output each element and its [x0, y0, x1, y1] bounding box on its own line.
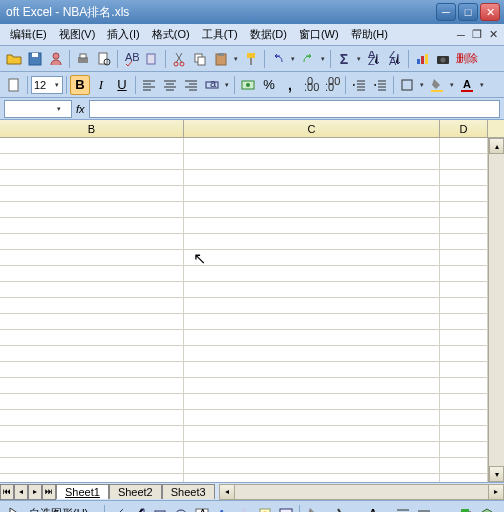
table-row[interactable] [0, 138, 504, 154]
table-row[interactable] [0, 266, 504, 282]
maximize-button[interactable]: □ [458, 3, 478, 21]
cell[interactable] [184, 202, 440, 217]
arrow-style-button[interactable] [435, 504, 455, 513]
3d-button[interactable] [477, 504, 497, 513]
paste-dropdown[interactable]: ▾ [232, 55, 240, 63]
oval-button[interactable] [171, 504, 191, 513]
tab-first-button[interactable]: ⏮ [0, 484, 14, 500]
cell[interactable] [440, 154, 488, 169]
cell[interactable] [440, 474, 488, 482]
cell[interactable] [0, 282, 184, 297]
table-row[interactable] [0, 378, 504, 394]
increase-decimal-button[interactable]: .0.00 [301, 75, 321, 95]
borders-button[interactable] [397, 75, 417, 95]
cell[interactable] [0, 138, 184, 153]
scroll-down-button[interactable]: ▾ [489, 466, 504, 482]
cell[interactable] [440, 442, 488, 457]
cell[interactable] [0, 314, 184, 329]
cell[interactable] [184, 394, 440, 409]
cell[interactable] [0, 378, 184, 393]
cell[interactable] [184, 346, 440, 361]
cell[interactable] [184, 330, 440, 345]
cell[interactable] [0, 410, 184, 425]
name-box-dropdown[interactable]: ▾ [55, 105, 63, 113]
cell[interactable] [0, 250, 184, 265]
cell[interactable] [440, 282, 488, 297]
decrease-indent-button[interactable] [349, 75, 369, 95]
tab-last-button[interactable]: ⏭ [42, 484, 56, 500]
fill-color-draw-button[interactable] [303, 504, 323, 513]
table-row[interactable] [0, 362, 504, 378]
cell[interactable] [0, 346, 184, 361]
bold-button[interactable]: B [70, 75, 90, 95]
font-color-draw-button[interactable]: A [363, 504, 383, 513]
paste-button[interactable] [211, 49, 231, 69]
chart-button[interactable] [412, 49, 432, 69]
cell[interactable] [440, 138, 488, 153]
cell[interactable] [440, 394, 488, 409]
increase-indent-button[interactable] [370, 75, 390, 95]
percent-button[interactable]: % [259, 75, 279, 95]
cell[interactable] [184, 458, 440, 473]
menu-edit[interactable]: 编辑(E) [4, 25, 53, 44]
cell[interactable] [184, 426, 440, 441]
sheet-tab-1[interactable]: Sheet1 [56, 484, 109, 499]
cell[interactable] [184, 170, 440, 185]
cell[interactable] [440, 330, 488, 345]
cell[interactable] [0, 458, 184, 473]
name-box[interactable]: ▾ [4, 100, 72, 118]
line-button[interactable] [108, 504, 128, 513]
cell[interactable] [440, 234, 488, 249]
redo-button[interactable] [298, 49, 318, 69]
cell[interactable] [440, 218, 488, 233]
table-row[interactable] [0, 410, 504, 426]
cell[interactable] [0, 202, 184, 217]
horizontal-scrollbar[interactable]: ◂ ▸ [219, 484, 504, 500]
table-row[interactable] [0, 442, 504, 458]
table-row[interactable] [0, 234, 504, 250]
scroll-left-button[interactable]: ◂ [219, 484, 235, 500]
sheet-tab-3[interactable]: Sheet3 [162, 484, 215, 499]
print-button[interactable] [73, 49, 93, 69]
undo-dropdown[interactable]: ▾ [289, 55, 297, 63]
cell[interactable] [440, 346, 488, 361]
cell[interactable] [440, 458, 488, 473]
preview-button[interactable] [94, 49, 114, 69]
mdi-minimize[interactable]: ─ [454, 28, 468, 42]
open-button[interactable] [4, 49, 24, 69]
align-left-button[interactable] [139, 75, 159, 95]
spelling-button[interactable]: ABC [121, 49, 141, 69]
cell[interactable] [0, 442, 184, 457]
arrow-button[interactable] [129, 504, 149, 513]
cell[interactable] [0, 298, 184, 313]
cell[interactable] [0, 154, 184, 169]
cell[interactable] [184, 138, 440, 153]
cell[interactable] [0, 218, 184, 233]
fontcolor-dropdown[interactable]: ▾ [478, 81, 486, 89]
sheet-tab-2[interactable]: Sheet2 [109, 484, 162, 499]
tab-prev-button[interactable]: ◂ [14, 484, 28, 500]
table-row[interactable] [0, 394, 504, 410]
table-row[interactable] [0, 426, 504, 442]
cell[interactable] [440, 378, 488, 393]
cell[interactable] [184, 314, 440, 329]
decrease-decimal-button[interactable]: .00.0 [322, 75, 342, 95]
cell[interactable] [0, 426, 184, 441]
cell[interactable] [440, 250, 488, 265]
cell[interactable] [0, 394, 184, 409]
redo-dropdown[interactable]: ▾ [319, 55, 327, 63]
currency-button[interactable] [238, 75, 258, 95]
copy-button[interactable] [190, 49, 210, 69]
align-right-button[interactable] [181, 75, 201, 95]
col-header-c[interactable]: C [184, 120, 440, 137]
cell[interactable] [440, 202, 488, 217]
merge-center-button[interactable]: a [202, 75, 222, 95]
cell[interactable] [184, 474, 440, 482]
new-button[interactable] [4, 75, 24, 95]
cell[interactable] [184, 266, 440, 281]
cell[interactable] [0, 186, 184, 201]
autosum-dropdown[interactable]: ▾ [355, 55, 363, 63]
menu-help[interactable]: 帮助(H) [345, 25, 394, 44]
table-row[interactable] [0, 218, 504, 234]
fontsize-box[interactable]: ▾ [31, 76, 63, 94]
